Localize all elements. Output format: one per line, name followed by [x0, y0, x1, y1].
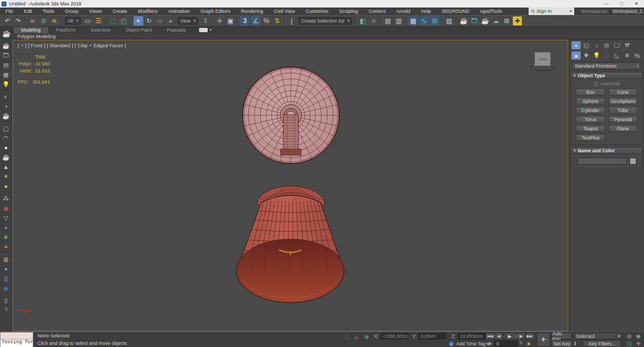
- autogrid-checkbox[interactable]: [594, 82, 598, 86]
- sign-in-button[interactable]: Sign In ▾: [529, 8, 574, 15]
- cameras-category-icon[interactable]: 🎥: [602, 51, 611, 60]
- menu-arnold[interactable]: Arnold: [391, 8, 415, 15]
- menu-help[interactable]: Help: [415, 8, 436, 15]
- scene-explorer-icon[interactable]: ▤: [383, 16, 393, 26]
- edit-named-selection-sets-icon[interactable]: {: [287, 16, 296, 26]
- object-type-header[interactable]: ▾ Object Type: [571, 72, 642, 79]
- material-editor-icon[interactable]: ▨: [444, 16, 454, 26]
- key-mode-toggle[interactable]: ●: [525, 341, 532, 347]
- spacewarps-category-icon[interactable]: ≋: [623, 51, 632, 60]
- y-coord-field[interactable]: 0,0mm: [419, 333, 447, 339]
- add-time-tag[interactable]: ☺ Add Time Tag: [449, 341, 486, 346]
- rectangular-selection-region-icon[interactable]: ⬚: [108, 16, 118, 26]
- polygon-modeling-panel[interactable]: Polygon Modeling: [13, 33, 61, 40]
- geometry-category-icon[interactable]: ●: [572, 51, 581, 60]
- pan-icon[interactable]: ✛: [634, 340, 643, 347]
- viewport-front[interactable]: [ + ] [ Front ] [ Standard ] [ Clay + Ed…: [12, 40, 568, 331]
- reference-coordinate-dropdown[interactable]: View▾: [178, 17, 199, 25]
- selection-set-dropdown[interactable]: Selected ▾: [573, 333, 623, 339]
- key-filter-icon[interactable]: ⚷: [573, 341, 577, 346]
- wireframe-model[interactable]: [13, 40, 568, 331]
- object-name-field[interactable]: [577, 158, 627, 165]
- z-coord-field[interactable]: 10,853mm: [458, 333, 486, 339]
- layer-explorer-icon[interactable]: ▥: [394, 16, 404, 26]
- menu-create[interactable]: Create: [107, 8, 133, 15]
- spinner-snap-icon[interactable]: ⇅: [272, 16, 282, 26]
- menu-edit[interactable]: Edit: [19, 8, 38, 15]
- frame-step-icon[interactable]: ◀▶: [486, 341, 492, 346]
- sphere-primitive-icon[interactable]: ●: [2, 143, 11, 152]
- minimize-button[interactable]: —: [599, 1, 614, 6]
- current-frame-field[interactable]: 0: [494, 341, 518, 347]
- next-frame-button[interactable]: |▶: [517, 333, 525, 339]
- tab-populate[interactable]: Populate: [159, 27, 194, 33]
- tab-object-paint[interactable]: Object Paint: [118, 27, 159, 33]
- open-a360-gallery-icon[interactable]: ⊞: [502, 16, 511, 26]
- zoom-all-icon[interactable]: ◉: [634, 333, 643, 339]
- shapes-category-icon[interactable]: ❖: [582, 51, 591, 60]
- teapot-blue-icon[interactable]: ☕: [2, 41, 11, 50]
- name-and-color-header[interactable]: ▾ Name and Color: [571, 147, 642, 154]
- menu-views[interactable]: Views: [84, 8, 107, 15]
- auto-key-button[interactable]: Auto Key: [552, 333, 572, 339]
- menu-civil-view[interactable]: Civil View: [269, 8, 301, 15]
- tab-freeform[interactable]: Freeform: [49, 27, 84, 33]
- primitives-dropdown[interactable]: Standard Primitives ▾: [572, 62, 641, 70]
- select-and-place-icon[interactable]: ◕: [166, 16, 175, 26]
- go-to-end-button[interactable]: ▶▶|: [526, 333, 534, 339]
- select-object-icon[interactable]: ▭: [83, 16, 93, 26]
- frame-spinner-arrows[interactable]: ⇅: [519, 341, 523, 345]
- blue-sphere-icon[interactable]: ●: [2, 264, 11, 273]
- teapot-primitive-icon[interactable]: ☕: [2, 153, 11, 161]
- selection-lock-icon[interactable]: ◇: [353, 334, 360, 340]
- select-by-name-icon[interactable]: ☰: [94, 16, 104, 26]
- lights-category-icon[interactable]: 💡: [592, 51, 601, 60]
- tan-sphere-icon[interactable]: ●: [2, 182, 11, 190]
- textplus-button[interactable]: TextPlus: [576, 134, 605, 141]
- workspace-dropdown[interactable]: Workspace_1 ▾: [611, 8, 644, 14]
- table-view-icon[interactable]: ▦: [2, 70, 11, 79]
- menu-3dground[interactable]: 3DGROUND: [436, 8, 475, 15]
- earth-icon[interactable]: ●: [2, 223, 11, 232]
- plane-button[interactable]: Plane: [609, 125, 638, 132]
- menu-modifiers[interactable]: Modifiers: [133, 8, 163, 15]
- projector-icon[interactable]: ◐: [2, 92, 11, 101]
- tab-selection[interactable]: Selection: [83, 27, 118, 33]
- bones-icon[interactable]: ◉: [2, 204, 11, 212]
- plant-icon[interactable]: ❦: [2, 233, 11, 241]
- ribbon-options-caret[interactable]: ▾: [210, 28, 212, 32]
- schematic-view-icon[interactable]: ⊞: [430, 16, 440, 26]
- x-coord-field[interactable]: -1298,301m: [380, 333, 408, 339]
- view-cube[interactable]: [530, 51, 555, 72]
- sun-light-icon[interactable]: ☀: [2, 172, 11, 181]
- select-and-link-icon[interactable]: ∞: [28, 16, 38, 26]
- menu-tools[interactable]: Tools: [38, 8, 60, 15]
- undo-icon[interactable]: ↶: [3, 16, 12, 26]
- maximize-button[interactable]: □: [614, 1, 629, 6]
- percent-snap-icon[interactable]: %: [261, 16, 271, 26]
- menu-scripting[interactable]: Scripting: [334, 8, 363, 15]
- torus-button[interactable]: Torus: [576, 116, 605, 123]
- go-to-start-button[interactable]: |◀◀: [486, 333, 494, 339]
- keyboard-shortcut-override-icon[interactable]: ▣: [225, 16, 235, 26]
- motion-tab-icon[interactable]: ◎: [602, 41, 611, 49]
- window-crossing-icon[interactable]: ◰: [119, 16, 129, 26]
- menu-graph-editors[interactable]: Graph Editors: [195, 8, 236, 15]
- utilities-tab-icon[interactable]: ⚒: [623, 41, 632, 49]
- object-color-swatch[interactable]: [630, 158, 636, 165]
- systems-category-icon[interactable]: %: [633, 51, 642, 60]
- clipboard-icon[interactable]: ▯: [2, 274, 11, 283]
- ribbon-toggle-icon[interactable]: ▦: [408, 16, 418, 26]
- menu-rapidtools[interactable]: rapidTools: [475, 8, 508, 15]
- particles-icon[interactable]: ⁂: [2, 194, 11, 203]
- render-production-icon[interactable]: ☕: [480, 16, 490, 26]
- set-key-button[interactable]: Set Key: [552, 340, 572, 347]
- zoom-icon[interactable]: ◎: [625, 333, 634, 339]
- menu-group[interactable]: Group: [60, 8, 84, 15]
- play-button[interactable]: ▶: [504, 333, 516, 339]
- menu-file[interactable]: File: [0, 8, 19, 15]
- cylinder-button[interactable]: Cylinder: [576, 107, 605, 114]
- help-circle-icon[interactable]: ?: [2, 306, 11, 314]
- dome-primitive-icon[interactable]: ◠: [2, 134, 11, 142]
- render-window-icon[interactable]: 🗔: [2, 51, 11, 60]
